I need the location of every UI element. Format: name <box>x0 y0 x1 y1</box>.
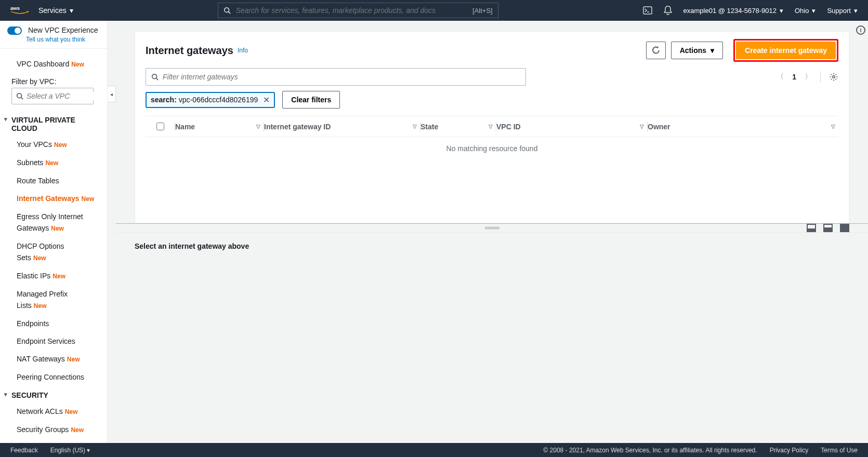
terms-link[interactable]: Terms of Use <box>821 447 858 454</box>
sort-icon: ▽ <box>413 124 417 129</box>
page-title: Internet gateways <box>146 45 233 57</box>
igw-table: Name▽ Internet gateway ID▽ State▽ VPC ID… <box>146 116 838 223</box>
drag-handle-icon <box>485 227 499 229</box>
page-prev[interactable]: 〈 <box>777 72 784 82</box>
info-link[interactable]: Info <box>238 47 248 54</box>
caret-down-icon: ▾ <box>70 6 73 15</box>
nav-nat-gateways[interactable]: NAT GatewaysNew <box>0 350 107 368</box>
filter-input[interactable] <box>146 68 526 86</box>
detail-prompt: Select an internet gateway above <box>135 242 249 250</box>
actions-button[interactable]: Actions▾ <box>671 42 723 59</box>
nav-vpc-dashboard[interactable]: VPC DashboardNew <box>0 55 107 73</box>
svg-rect-3 <box>643 7 652 14</box>
tutorial-highlight: Create internet gateway <box>733 39 838 62</box>
col-vpc-id[interactable]: VPC ID▽ <box>496 123 647 131</box>
sort-icon: ▽ <box>831 124 835 129</box>
table-header: Name▽ Internet gateway ID▽ State▽ VPC ID… <box>146 116 838 137</box>
svg-point-9 <box>833 76 835 78</box>
nav-subnets[interactable]: SubnetsNew <box>0 154 107 172</box>
svg-point-1 <box>224 8 229 12</box>
support-menu[interactable]: Support▾ <box>827 7 858 15</box>
nav-managed-prefix-lists[interactable]: Managed Prefix ListsNew <box>0 285 107 315</box>
col-owner[interactable]: Owner▽ <box>648 123 838 131</box>
copyright: © 2008 - 2021, Amazon Web Services, Inc.… <box>543 447 757 454</box>
col-igw-id[interactable]: Internet gateway ID▽ <box>264 123 420 131</box>
region-menu[interactable]: Ohio▾ <box>795 7 816 15</box>
section-security[interactable]: SECURITY <box>0 386 107 402</box>
aws-logo[interactable]: aws <box>10 5 29 16</box>
sort-icon: ▽ <box>640 124 644 129</box>
nav-internet-gateways[interactable]: Internet GatewaysNew <box>0 190 107 208</box>
language-menu[interactable]: English (US) ▾ <box>50 447 90 454</box>
create-internet-gateway-button[interactable]: Create internet gateway <box>736 42 836 59</box>
panel-splitter[interactable] <box>116 223 868 233</box>
sidebar-collapse-handle[interactable]: ◂ <box>108 86 116 102</box>
search-shortcut: [Alt+S] <box>472 7 493 15</box>
main-content: Internet gateways Info Actions▾ Create i… <box>116 21 868 443</box>
nav-egress-only-igw[interactable]: Egress Only Internet GatewaysNew <box>0 208 107 237</box>
search-icon <box>16 92 23 100</box>
feedback-link[interactable]: Tell us what you think <box>26 36 100 43</box>
global-search[interactable]: [Alt+S] <box>218 3 498 18</box>
svg-line-6 <box>21 98 23 100</box>
filter-by-vpc-input[interactable] <box>11 88 94 104</box>
top-nav: aws Services ▾ [Alt+S] example01 @ 1234-… <box>0 0 868 21</box>
remove-tag-icon[interactable]: ✕ <box>263 95 270 105</box>
pagination: 〈 1 〉 <box>777 71 838 83</box>
nav-elastic-ips[interactable]: Elastic IPsNew <box>0 267 107 285</box>
svg-line-2 <box>228 12 230 14</box>
section-virtual-private-cloud[interactable]: VIRTUAL PRIVATE CLOUD <box>0 111 107 136</box>
feedback-link[interactable]: Feedback <box>10 447 38 454</box>
new-experience-toggle[interactable] <box>7 26 22 35</box>
layout-bottom-small-icon[interactable] <box>807 224 816 232</box>
caret-down-icon: ▾ <box>711 46 714 55</box>
sidebar: New VPC Experience Tell us what you thin… <box>0 21 108 443</box>
caret-down-icon: ▾ <box>812 7 816 15</box>
filter-tag: search: vpc-066dcccf4d8026199 ✕ <box>146 92 275 108</box>
services-menu[interactable]: Services ▾ <box>38 6 73 15</box>
notifications-icon[interactable] <box>664 6 672 15</box>
filter-by-vpc-label: Filter by VPC: <box>0 73 107 88</box>
layout-bottom-large-icon[interactable] <box>823 224 833 232</box>
col-name[interactable]: Name▽ <box>175 123 264 131</box>
nav-security-groups[interactable]: Security GroupsNew <box>0 421 107 439</box>
page-number: 1 <box>792 73 796 81</box>
select-all-checkbox[interactable] <box>146 123 175 130</box>
detail-panel: Select an internet gateway above <box>116 233 868 443</box>
svg-line-8 <box>156 78 159 80</box>
caret-down-icon: ▾ <box>854 7 858 15</box>
section-reachability[interactable]: REACHABILITY <box>0 439 107 443</box>
services-label: Services <box>38 6 67 15</box>
empty-state: No matching resource found <box>146 137 838 160</box>
sort-icon: ▽ <box>489 124 493 129</box>
privacy-link[interactable]: Privacy Policy <box>770 447 809 454</box>
svg-point-7 <box>152 74 157 79</box>
account-menu[interactable]: example01 @ 1234-5678-9012▾ <box>683 7 783 15</box>
caret-down-icon: ▾ <box>780 7 783 15</box>
svg-point-5 <box>17 93 22 98</box>
global-search-input[interactable] <box>236 6 467 15</box>
nav-network-acls[interactable]: Network ACLsNew <box>0 402 107 421</box>
col-state[interactable]: State▽ <box>420 123 496 131</box>
new-experience-toggle-row: New VPC Experience Tell us what you thin… <box>0 21 107 49</box>
nav-endpoints[interactable]: Endpoints <box>0 315 107 332</box>
refresh-button[interactable] <box>646 42 666 59</box>
nav-route-tables[interactable]: Route Tables <box>0 172 107 190</box>
nav-peering-connections[interactable]: Peering Connections <box>0 368 107 386</box>
nav-your-vpcs[interactable]: Your VPCsNew <box>0 136 107 154</box>
layout-full-icon[interactable] <box>840 224 849 232</box>
settings-icon[interactable] <box>829 72 838 82</box>
svg-text:aws: aws <box>10 5 20 11</box>
search-icon <box>151 73 159 80</box>
page-next[interactable]: 〉 <box>805 72 812 82</box>
clear-filters-button[interactable]: Clear filters <box>282 91 340 109</box>
cloudshell-icon[interactable] <box>643 6 652 15</box>
footer: Feedback English (US) ▾ © 2008 - 2021, A… <box>0 443 868 457</box>
new-experience-label: New VPC Experience <box>28 26 98 34</box>
igw-panel: Internet gateways Info Actions▾ Create i… <box>135 31 849 223</box>
caret-down-icon: ▾ <box>87 447 90 454</box>
nav-endpoint-services[interactable]: Endpoint Services <box>0 332 107 350</box>
nav-dhcp-options[interactable]: DHCP Options SetsNew <box>0 237 107 267</box>
sort-icon: ▽ <box>256 124 260 129</box>
search-icon <box>223 7 231 14</box>
